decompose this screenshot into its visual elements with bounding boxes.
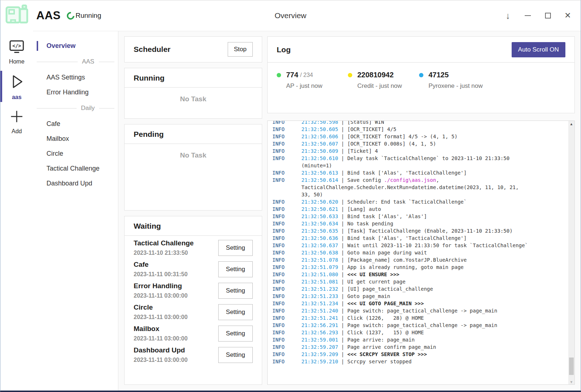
log-level: INFO [272, 121, 301, 126]
log-line: INFO21:32:51.079 | App is already runnin… [272, 264, 568, 271]
log-scrollbar[interactable]: ▲ ▼ [568, 121, 574, 384]
download-update-button[interactable]: ↓ [498, 6, 518, 25]
waiting-task-dashboard-upd: Dashboard Upd2023-11-11 03:00:00Setting [125, 343, 262, 364]
log-timestamp: 21:32:51.081 [301, 278, 338, 285]
sidebar-item-circle[interactable]: Circle [33, 146, 118, 161]
setting-button[interactable]: Setting [218, 347, 253, 363]
app-logo-icon [5, 4, 29, 27]
log-timestamp: 21:32:51.241 [301, 314, 338, 322]
log-timestamp: 21:32:59.209 [301, 351, 338, 358]
setting-button[interactable]: Setting [218, 240, 253, 256]
sidebar-item-label: Error Handling [46, 89, 89, 96]
log-line: TacticalChallenge.Scheduler.NextRun=date… [272, 184, 568, 191]
log-separator: | [338, 271, 347, 278]
log-message: UI get current page [347, 278, 405, 285]
pending-title: Pending [134, 130, 164, 139]
log-timestamp: 21:32:50.606 [301, 133, 338, 140]
log-message: Click (1237, 15) @ HOME [347, 329, 424, 336]
log-separator: | [338, 198, 347, 205]
setting-button[interactable]: Setting [218, 326, 253, 342]
log-separator: | [338, 351, 347, 358]
stat-top: 220810942 [348, 71, 419, 79]
log-message: [OCR_TICKET] 4/5 [347, 126, 396, 133]
scroll-down-icon[interactable]: ▼ [568, 380, 574, 384]
rail-item-aas[interactable]: aas [0, 70, 33, 103]
pending-empty-text: No Task [125, 144, 262, 159]
code-monitor-icon: </> [8, 40, 25, 56]
waiting-task-info: Tactical Challenge2023-11-10 21:33:50 [134, 239, 194, 256]
log-level: INFO [272, 264, 301, 271]
sidebar-section-aas: AAS [33, 53, 118, 70]
log-timestamp: 21:32:51.078 [301, 256, 338, 264]
stat-label: Pyroxene - just now [419, 82, 490, 90]
stat-dot-icon [277, 73, 281, 77]
log-line: INFO21:32:59.207 | Page arrive confirm p… [272, 343, 568, 351]
log-line: INFO21:32:50.633 | Bind task ['Alas', 'A… [272, 213, 568, 220]
sidebar-item-cafe[interactable]: Cafe [33, 117, 118, 131]
log-timestamp: 21:32:50.638 [301, 249, 338, 256]
log-timestamp: 21:32:50.609 [301, 147, 338, 155]
log-line: INFO21:32:59.210 | Scrcpy server stopped [272, 358, 568, 365]
sidebar-item-tactical-challenge[interactable]: Tactical Challenge [33, 161, 118, 176]
waiting-card: Waiting Tactical Challenge2023-11-10 21:… [124, 216, 262, 385]
waiting-task-error-handling: Error Handling2023-11-11 03:00:00Setting [125, 279, 262, 300]
log-separator: | [338, 264, 347, 271]
sidebar-section-daily: Daily [33, 100, 118, 117]
sidebar-item-error-handling[interactable]: Error Handling [33, 85, 118, 100]
waiting-task-time: 2023-11-11 00:31:50 [134, 271, 188, 278]
log-line: INFO21:32:50.620 | Scheduler: End task `… [272, 198, 568, 205]
sidebar-item-mailbox[interactable]: Mailbox [33, 131, 118, 146]
log-separator: | [338, 227, 347, 234]
log-line: INFO21:32:50.610 | Delay task `TacticalC… [272, 155, 568, 162]
log-timestamp: 21:32:59.207 [301, 343, 338, 351]
log-level: INFO [272, 242, 301, 249]
log-level: INFO [272, 256, 301, 264]
rail-item-add[interactable]: Add [0, 106, 33, 137]
sidebar-item-overview[interactable]: Overview [33, 38, 118, 53]
sidebar-item-label: Cafe [46, 120, 60, 127]
log-message: Scrcpy server stopped [347, 358, 411, 365]
log-separator: | [338, 147, 347, 155]
log-message: TacticalChallenge.Scheduler.NextRun=date… [301, 184, 519, 191]
scroll-up-icon[interactable]: ▲ [568, 122, 574, 126]
stop-button[interactable]: Stop [228, 42, 253, 57]
app-window: AAS Running Overview ↓ ✕ [0, 0, 581, 392]
log-separator: | [338, 140, 347, 147]
maximize-button[interactable] [538, 6, 558, 25]
rail-item-home[interactable]: </> Home [0, 37, 33, 67]
log-message: [OCR_TICKET 0.008s] (4, 1, 5) [347, 140, 436, 147]
log-message: (minute=1) [301, 162, 332, 169]
maximize-icon [545, 13, 551, 19]
scrollbar-thumb[interactable] [569, 358, 574, 375]
close-button[interactable]: ✕ [558, 6, 578, 25]
log-timestamp: 21:32:51.232 [301, 285, 338, 293]
log-separator: | [338, 234, 347, 242]
sidebar-item-dashboard-upd[interactable]: Dashboard Upd [33, 176, 118, 191]
log-column: Log Auto Scroll ON 774/ 234AP - just now… [267, 36, 575, 385]
auto-scroll-toggle[interactable]: Auto Scroll ON [512, 42, 565, 57]
log-timestamp: 21:32:59.210 [301, 358, 338, 365]
log-level: INFO [272, 213, 301, 220]
waiting-task-info: Mailbox2023-11-11 03:00:00 [134, 325, 188, 342]
log-timestamp: 21:32:50.621 [301, 205, 338, 213]
waiting-task-time: 2023-11-11 03:00:00 [134, 335, 188, 342]
log-timestamp: 21:32:50.613 [301, 169, 338, 176]
log-level: INFO [272, 234, 301, 242]
app-name: AAS [36, 9, 61, 22]
setting-button[interactable]: Setting [218, 304, 253, 320]
divider-line [99, 108, 114, 109]
log-level: INFO [272, 293, 301, 300]
log-level: INFO [272, 220, 301, 227]
sidebar-item-label: Circle [46, 150, 63, 157]
setting-button[interactable]: Setting [218, 283, 253, 299]
log-timestamp: 21:32:51.233 [301, 293, 338, 300]
minimize-button[interactable] [518, 6, 538, 25]
log-message: Page switch: page_tactical_challenge -> … [347, 307, 497, 314]
sidebar-item-aas-settings[interactable]: AAS Settings [33, 70, 118, 85]
setting-button[interactable]: Setting [218, 261, 253, 277]
waiting-task-mailbox: Mailbox2023-11-11 03:00:00Setting [125, 322, 262, 343]
log-line: INFO21:32:50.606 | [OCR_TICKET format] 4… [272, 133, 568, 140]
log-line: 33, 50) [272, 191, 568, 198]
divider-line [37, 108, 77, 109]
stat-ap: 774/ 234AP - just now [277, 71, 348, 90]
